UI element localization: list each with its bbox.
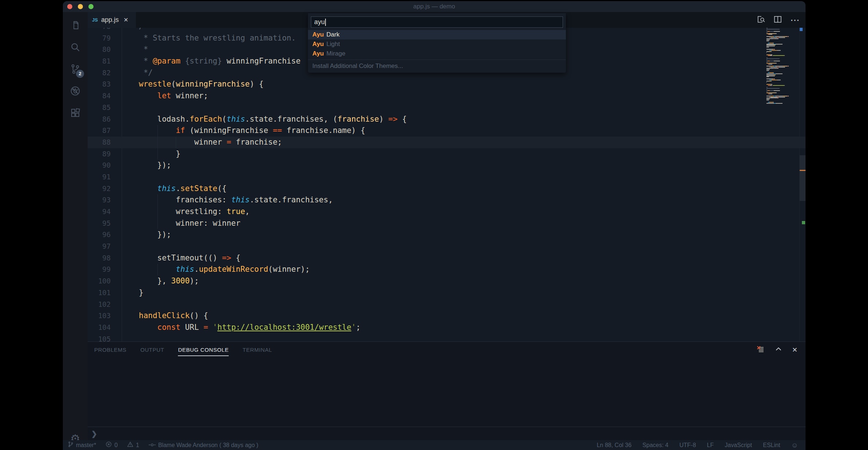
console-input-divider [88,427,806,427]
code-line-91[interactable]: 91 [88,171,806,183]
code-line-92[interactable]: 92 this.setState({ [88,183,806,195]
code-line-93[interactable]: 93 franchises: this.state.franchises, [88,194,806,206]
code-line-102[interactable]: 102 [88,299,806,310]
code-line-98[interactable]: 98 setTimeout(() => { [88,252,806,264]
line-number: 105 [88,333,111,342]
scrollbar-thumb[interactable] [800,155,806,201]
code-line-87[interactable]: 87 if (winningFranchise == franchise.nam… [88,125,806,137]
indent-guide [157,125,158,137]
line-number: 100 [88,275,111,287]
desktop-background: app.js — demo 2 ⚙ JS app.js ✕ [0,0,868,450]
status-item-label: JavaScript [725,442,752,449]
code-editor[interactable]: 78/**79 * Starts the wrestling animation… [88,28,806,342]
status-item-label: Spaces: 4 [643,442,669,449]
more-actions-icon[interactable]: ⋯ [790,16,800,24]
code-line-100[interactable]: 100 }, 3000); [88,275,806,287]
line-content: this.updateWinRecord(winner); [139,264,310,275]
ruler-decoration [802,221,805,224]
quick-pick-input[interactable]: ayu [311,16,563,28]
line-content: * Starts the wrestling animation. [139,33,296,44]
status-git-branch-icon[interactable]: master* [68,441,96,449]
panel-tab-problems[interactable]: PROBLEMS [94,342,126,358]
titlebar: app.js — demo [63,1,806,12]
panel-tab-terminal[interactable]: TERMINAL [243,342,272,358]
line-content: lodash.forEach(this.state.franchises, (f… [139,114,407,125]
line-content: }, 3000); [139,275,199,287]
line-number: 86 [88,114,111,125]
line-content: winner: winner [139,218,240,229]
status-ln-88-col-36[interactable]: Ln 88, Col 36 [597,442,631,449]
activity-bar-item-search-icon[interactable] [68,41,83,55]
split-editor-icon[interactable] [773,15,782,25]
status-javascript[interactable]: JavaScript [725,442,752,449]
code-line-83[interactable]: 83wrestle(winningFranchise) { [88,79,806,90]
status-blame-icon[interactable]: Blame Wade Anderson ( 38 days ago ) [149,442,258,449]
theme-name: Light [327,41,340,48]
code-line-101[interactable]: 101} [88,287,806,299]
maximize-panel-icon[interactable] [774,345,783,355]
quick-pick-query: ayu [314,18,325,26]
line-number: 99 [88,264,111,275]
tab-app-js[interactable]: JS app.js ✕ [88,12,136,28]
status-bar-left: master*01Blame Wade Anderson ( 38 days a… [68,441,258,449]
code-line-84[interactable]: 84 let winner; [88,90,806,102]
panel-tab-debug-console[interactable]: DEBUG CONSOLE [178,342,229,358]
blame-icon [149,442,156,449]
activity-bar-item-extensions-icon[interactable] [68,106,83,121]
line-content: * [139,44,148,56]
tab-label: app.js [101,16,119,24]
code-line-99[interactable]: 99 this.updateWinRecord(winner); [88,264,806,275]
status-item-label: Blame Wade Anderson ( 38 days ago ) [158,442,258,449]
quick-pick-item-ayu-light[interactable]: AyuLight [308,39,566,49]
line-number: 87 [88,125,111,137]
indent-guide [157,218,158,229]
line-number: 93 [88,194,111,206]
panel-actions: ✕ [756,342,797,358]
line-number: 92 [88,183,111,195]
debug-console-input[interactable] [100,428,798,439]
feedback-smiley-icon[interactable]: ☺ [791,441,798,449]
code-line-85[interactable]: 85 [88,102,806,114]
status-eslint[interactable]: ESLint [763,442,780,449]
overview-ruler-scrollbar[interactable] [799,28,806,342]
activity-bar-item-source-control-icon[interactable]: 2 [68,62,83,77]
quick-pick-install-themes-item[interactable]: Install Additional Color Themes... [308,61,566,71]
line-content: winner = franchise; [139,137,282,148]
minimap[interactable] [766,28,798,342]
clear-console-icon[interactable] [756,345,765,355]
quick-pick-item-ayu-mirage[interactable]: AyuMirage [308,49,566,58]
debug-icon [70,85,81,98]
quick-pick-item-ayu-dark[interactable]: AyuDark [308,30,566,39]
indent-guide [176,137,176,148]
line-number: 94 [88,206,111,218]
line-number: 91 [88,171,111,183]
status-spaces-4[interactable]: Spaces: 4 [643,442,669,449]
extensions-icon [70,107,81,120]
close-panel-icon[interactable]: ✕ [792,346,797,354]
status-lf[interactable]: LF [707,442,714,449]
tab-close-icon[interactable]: ✕ [123,16,128,23]
code-line-105[interactable]: 105 [88,333,806,342]
status-utf-8[interactable]: UTF-8 [679,442,696,449]
code-line-86[interactable]: 86 lodash.forEach(this.state.franchises,… [88,114,806,125]
code-line-90[interactable]: 90 }); [88,160,806,171]
open-preview-icon[interactable] [757,15,765,25]
line-content: */ [139,67,153,79]
panel-tab-output[interactable]: OUTPUT [140,342,164,358]
explorer-icon [70,20,81,32]
match-highlight: Ayu [312,31,324,38]
code-line-103[interactable]: 103handleClick() { [88,310,806,322]
activity-bar-item-debug-icon[interactable] [68,84,83,99]
status-error-icon[interactable]: 0 [106,441,118,449]
code-line-94[interactable]: 94 wrestling: true, [88,206,806,218]
activity-bar-item-explorer-icon[interactable] [68,19,83,33]
code-line-96[interactable]: 96 }); [88,229,806,241]
status-warning-icon[interactable]: 1 [127,441,139,449]
status-bar-right: Ln 88, Col 36Spaces: 4UTF-8LFJavaScriptE… [597,441,800,449]
code-line-97[interactable]: 97 [88,241,806,252]
code-line-104[interactable]: 104 const URL = 'http://localhost:3001/w… [88,322,806,333]
code-line-95[interactable]: 95 winner: winner [88,218,806,229]
code-line-89[interactable]: 89 } [88,148,806,160]
code-line-88[interactable]: 88 winner = franchise; [88,137,806,148]
line-content: let winner; [139,90,208,102]
